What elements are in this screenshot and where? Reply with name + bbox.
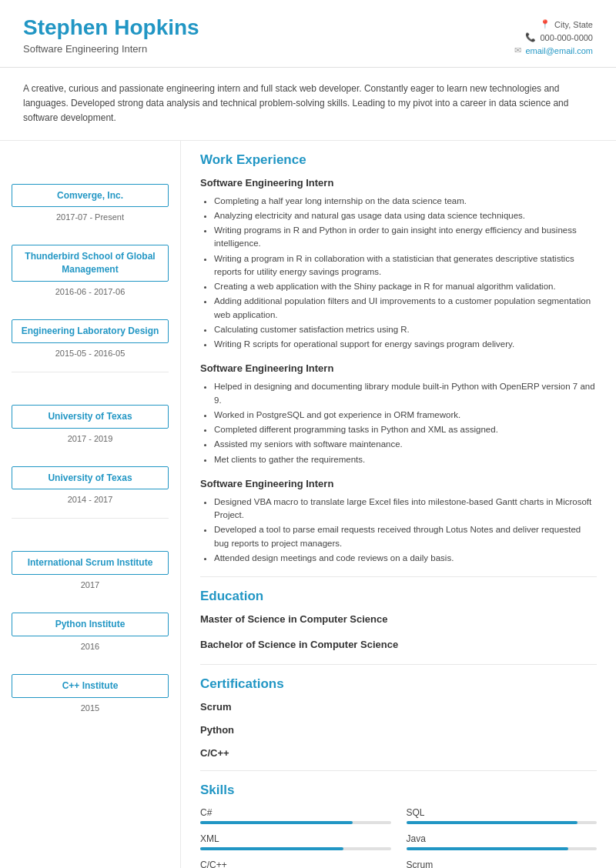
skills-heading: Skills [200,783,597,798]
company-box-cpp-inst: C++ Institute [12,674,169,698]
job-title-thunderbird: Software Engineering Intern [200,362,597,374]
education-heading: Education [200,589,597,604]
summary-section: A creative, curious and passionate engin… [0,68,616,141]
date-cpp-inst: 2015 [12,702,169,720]
bullet-item: Adding additional population filters and… [214,295,597,322]
sidebar-item-python-inst: Python Institute 2016 [0,603,180,665]
skills-grid: C# SQL XML [200,807,597,868]
company-name-comverge: Comverge, Inc. [20,189,160,202]
summary-text: A creative, curious and passionate engin… [23,83,568,123]
cert-python: Python [200,724,597,736]
skill-bar-fill-xml [200,847,343,850]
bullet-item: Worked in PostgreSQL and got experience … [214,409,597,422]
date-ut1: 2017 - 2019 [12,432,169,451]
degree-bs: Bachelor of Science in Computer Science [200,639,597,650]
email-item: ✉ email@email.com [514,45,593,55]
skill-name-csharp: C# [200,807,391,818]
sidebar-item-ut1: University of Texas 2017 - 2019 [0,396,180,457]
sidebar-work: Comverge, Inc. 2017-07 - Present Thunder… [0,141,180,372]
header-right: 📍 City, State 📞 000-000-0000 ✉ email@ema… [514,15,593,55]
skill-bar-bg-sql [407,821,598,824]
sidebar-item-ut2: University of Texas 2014 - 2017 [0,457,180,519]
bullet-item: Calculating customer satisfaction metric… [214,323,597,336]
bullet-item: Writing programs in R and Python in orde… [214,224,597,251]
date-scrum: 2017 [12,579,169,597]
company-box-python-inst: Python Institute [12,613,169,636]
certifications-section: Certifications Scrum Python C/C++ [200,664,597,759]
degree-ms: Master of Science in Computer Science [200,613,597,625]
certifications-heading: Certifications [200,676,597,692]
skill-scrum: Scrum [407,860,598,868]
company-box-scrum: International Scrum Institute [12,551,169,575]
date-python-inst: 2016 [12,640,169,659]
bullet-item: Designed VBA macro to translate large Ex… [214,496,597,522]
bullet-item: Creating a web application with the Shin… [214,280,597,293]
header: Stephen Hopkins Software Engineering Int… [0,0,616,68]
phone-icon: 📞 [525,32,536,42]
sidebar-item-thunderbird: Thunderbird School of Global Management … [0,235,180,310]
bullet-item: Assisted my seniors with software mainte… [214,438,597,451]
sidebar-education: University of Texas 2017 - 2019 Universi… [0,372,180,519]
location-item: 📍 City, State [540,19,593,29]
sidebar-item-eld: Engineering Laboratory Design 2015-05 - … [0,310,180,372]
company-box-comverge: Comverge, Inc. [12,184,169,208]
sidebar-certifications: International Scrum Institute 2017 Pytho… [0,519,180,726]
main-right-content: Work Experience Software Engineering Int… [181,141,616,868]
sidebar-item-scrum: International Scrum Institute 2017 [0,542,180,603]
work-experience-heading: Work Experience [200,152,597,168]
skill-bar-fill-sql [407,821,578,824]
company-name-cpp-inst: C++ Institute [20,679,160,693]
cert-scrum: Scrum [200,701,597,713]
skill-bar-fill-csharp [200,821,353,824]
skill-bar-bg-java [407,847,598,850]
skill-cpp: C/C++ [200,860,391,868]
skill-bar-bg-xml [200,847,391,850]
company-box-ut1: University of Texas [12,405,169,429]
sidebar-item-cpp-inst: C++ Institute 2015 [0,665,180,726]
job-comverge: Software Engineering Intern Completing a… [200,177,597,352]
company-box-thunderbird: Thunderbird School of Global Management [12,245,169,282]
job-title-eld: Software Engineering Intern [200,478,597,489]
resume-container: Stephen Hopkins Software Engineering Int… [0,0,616,868]
skill-bar-bg-csharp [200,821,391,824]
skill-name-cpp: C/C++ [200,860,391,868]
location-icon: 📍 [540,19,551,29]
job-bullets-thunderbird: Helped in designing and documenting libr… [200,380,597,466]
company-name-ut2: University of Texas [20,472,160,485]
job-bullets-comverge: Completing a half year long internship o… [200,195,597,352]
bullet-item: Met clients to gather the requirements. [214,453,597,466]
education-section: Education Master of Science in Computer … [200,576,597,650]
job-title-comverge: Software Engineering Intern [200,177,597,189]
skill-java: Java [407,833,598,850]
email-icon: ✉ [514,45,521,55]
company-box-ut2: University of Texas [12,466,169,490]
company-name-ut1: University of Texas [20,410,160,423]
company-name-scrum: International Scrum Institute [20,556,160,569]
skill-sql: SQL [407,807,598,824]
work-experience-section: Work Experience Software Engineering Int… [200,141,597,566]
email-link[interactable]: email@email.com [525,46,593,55]
date-ut2: 2014 - 2017 [12,493,169,512]
bullet-item: Helped in designing and documenting libr… [214,380,597,407]
skill-csharp: C# [200,807,391,824]
phone-item: 📞 000-000-0000 [525,32,593,42]
location-text: City, State [554,20,593,29]
skill-name-xml: XML [200,833,391,844]
skill-name-scrum: Scrum [407,860,598,868]
skill-xml: XML [200,833,391,850]
main-content: Comverge, Inc. 2017-07 - Present Thunder… [0,141,616,868]
bullet-item: Analyzing electricity and natural gas us… [214,209,597,222]
candidate-title: Software Engineering Intern [23,43,199,55]
sidebar: Comverge, Inc. 2017-07 - Present Thunder… [0,141,181,868]
date-thunderbird: 2016-06 - 2017-06 [12,285,169,304]
bullet-item: Developed a tool to parse email requests… [214,523,597,550]
candidate-name: Stephen Hopkins [23,15,199,40]
skills-section: Skills C# SQL XML [200,770,597,868]
skill-bar-fill-java [407,847,568,850]
company-name-python-inst: Python Institute [20,618,160,631]
company-box-eld: Engineering Laboratory Design [12,319,169,343]
skill-name-java: Java [407,833,598,844]
bullet-item: Completed different programming tasks in… [214,423,597,436]
bullet-item: Attended design meetings and code review… [214,552,597,565]
cert-cpp: C/C++ [200,747,597,759]
